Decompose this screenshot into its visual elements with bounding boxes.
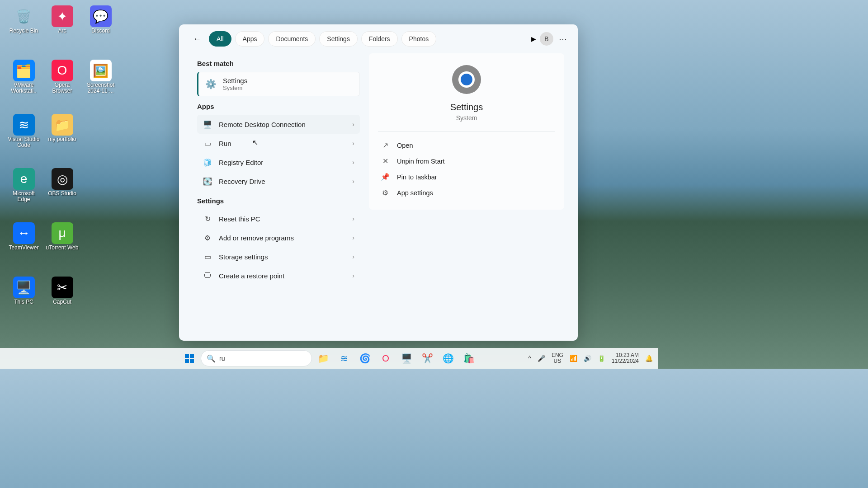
app-result-recovery-drive[interactable]: 💽 Recovery Drive › — [197, 172, 360, 191]
svg-rect-3 — [190, 359, 194, 363]
desktop-icon-arc[interactable]: ✦ Arc — [43, 5, 81, 56]
settings-result-reset-this-pc[interactable]: ↻ Reset this PC › — [197, 209, 360, 228]
tb-copilot[interactable]: 🌀 — [355, 349, 374, 368]
start-search-panel: ← AllAppsDocumentsSettingsFoldersPhotos … — [179, 24, 578, 341]
action-icon: 📌 — [381, 173, 390, 181]
best-match-title: Settings — [223, 77, 247, 84]
desktop-icon-my-portfolio[interactable]: 📁 my portfolio — [43, 114, 81, 164]
chevron-right-icon: › — [352, 215, 354, 222]
app-result-remote-desktop-connection[interactable]: 🖥️ Remote Desktop Connection › — [197, 115, 360, 134]
wifi-icon[interactable]: 📶 — [570, 355, 577, 362]
chevron-right-icon: › — [352, 234, 354, 241]
more-scopes-button[interactable]: ▶ — [531, 35, 536, 42]
desktop-icon-vmware-workstati-[interactable]: 🗂️ VMware Workstati.. — [5, 60, 43, 110]
preview-card: Settings System ↗ Open ✕ Unpin from Star… — [369, 53, 564, 210]
chevron-right-icon: › — [352, 159, 354, 166]
desktop-icon-discord[interactable]: 💬 Discord — [81, 5, 120, 56]
settings-result-add-or-remove-programs[interactable]: ⚙ Add or remove programs › — [197, 228, 360, 247]
tb-snip[interactable]: ✂️ — [418, 349, 437, 368]
action-icon: ⚙ — [381, 188, 390, 197]
tb-opera[interactable]: O — [376, 349, 395, 368]
setting-label: Reset this PC — [219, 215, 346, 223]
svg-rect-2 — [185, 359, 189, 363]
chevron-right-icon: › — [352, 253, 354, 260]
taskbar-search-input[interactable] — [219, 355, 306, 362]
apps-header: Apps — [197, 103, 360, 110]
scope-tab-apps[interactable]: Apps — [235, 31, 265, 47]
scope-tab-photos[interactable]: Photos — [401, 31, 437, 47]
scope-tab-all[interactable]: All — [209, 31, 231, 47]
settings-result-storage-settings[interactable]: ▭ Storage settings › — [197, 247, 360, 266]
action-label: Pin to taskbar — [397, 174, 437, 181]
app-label: Remote Desktop Connection — [219, 121, 346, 128]
chevron-right-icon: › — [352, 178, 354, 185]
app-result-run[interactable]: ▭ Run › — [197, 134, 360, 153]
app-label: Run — [219, 140, 346, 147]
setting-icon: 🖵 — [203, 271, 212, 281]
best-match-settings[interactable]: ⚙️ Settings System — [197, 72, 360, 96]
action-label: Open — [397, 142, 413, 149]
language-indicator[interactable]: ENG US — [552, 352, 563, 364]
app-icon: 🧊 — [203, 157, 212, 167]
setting-label: Add or remove programs — [219, 234, 346, 242]
search-icon: 🔍 — [207, 354, 216, 363]
chevron-right-icon: › — [352, 140, 354, 147]
app-icon: 💽 — [203, 176, 212, 186]
desktop-icon-microsoft-edge[interactable]: e Microsoft Edge — [5, 168, 43, 219]
tb-rdp[interactable]: 🖥️ — [397, 349, 416, 368]
setting-icon: ▭ — [203, 252, 212, 262]
setting-icon: ⚙ — [203, 233, 212, 243]
clock[interactable]: 10:23 AM 11/22/2024 — [612, 352, 639, 364]
scope-tabs: AllAppsDocumentsSettingsFoldersPhotos — [209, 31, 526, 47]
best-match-subtitle: System — [223, 84, 247, 91]
settings-header: Settings — [197, 197, 360, 205]
battery-icon[interactable]: 🔋 — [598, 355, 605, 362]
action-icon: ↗ — [381, 141, 390, 150]
start-button[interactable] — [180, 349, 199, 368]
desktop-icon-visual-studio-code[interactable]: ≋ Visual Studio Code — [5, 114, 43, 164]
tb-vscode[interactable]: ≋ — [335, 349, 354, 368]
desktop-icon-screenshot-2024-11-[interactable]: 🖼️ Screenshot 2024-11-... — [81, 60, 120, 110]
desktop-icon-this-pc[interactable]: 🖥️ This PC — [5, 277, 43, 327]
desktop-icon-capcut[interactable]: ✂ CapCut — [43, 277, 81, 327]
user-avatar[interactable]: B — [540, 32, 553, 46]
scope-tab-documents[interactable]: Documents — [268, 31, 316, 47]
tray-mic-icon[interactable]: 🎤 — [538, 355, 545, 362]
preview-action-pin-to-taskbar[interactable]: 📌 Pin to taskbar — [378, 169, 555, 185]
desktop-icon-utorrent-web[interactable]: μ uTorrent Web — [43, 222, 81, 273]
taskbar: 🔍 📁 ≋ 🌀 O 🖥️ ✂️ 🌐 🛍️ ^ 🎤 ENG US 📶 🔊 🔋 10… — [0, 348, 658, 369]
settings-icon: ⚙️ — [204, 77, 217, 91]
preview-action-app-settings[interactable]: ⚙ App settings — [378, 185, 555, 201]
desktop-icon-teamviewer[interactable]: ↔ TeamViewer — [5, 222, 43, 273]
setting-icon: ↻ — [203, 214, 212, 224]
more-options-button[interactable]: ⋯ — [559, 34, 568, 44]
best-match-header: Best match — [197, 60, 360, 67]
search-header: ← AllAppsDocumentsSettingsFoldersPhotos … — [179, 24, 578, 53]
desktop-icon-obs-studio[interactable]: ◎ OBS Studio — [43, 168, 81, 219]
settings-result-create-a-restore-point[interactable]: 🖵 Create a restore point › — [197, 266, 360, 285]
setting-label: Storage settings — [219, 253, 346, 261]
tray-caret-icon[interactable]: ^ — [528, 355, 531, 362]
preview-action-open[interactable]: ↗ Open — [378, 137, 555, 153]
tb-file-explorer[interactable]: 📁 — [314, 349, 333, 368]
preview-subtitle: System — [456, 114, 477, 122]
back-button[interactable]: ← — [189, 31, 205, 47]
desktop-icon-recycle-bin[interactable]: 🗑️ Recycle Bin — [5, 5, 43, 56]
preview-action-unpin-from-start[interactable]: ✕ Unpin from Start — [378, 153, 555, 169]
setting-label: Create a restore point — [219, 272, 346, 280]
scope-tab-settings[interactable]: Settings — [319, 31, 358, 47]
tb-edge[interactable]: 🌐 — [439, 349, 458, 368]
preview-settings-icon — [452, 65, 481, 94]
app-icon: ▭ — [203, 138, 212, 148]
preview-title: Settings — [450, 102, 483, 113]
notifications-icon[interactable]: 🔔 — [645, 355, 653, 362]
taskbar-search-box[interactable]: 🔍 — [201, 350, 312, 366]
desktop-icon-opera-browser[interactable]: O Opera Browser — [43, 60, 81, 110]
action-icon: ✕ — [381, 157, 390, 165]
scope-tab-folders[interactable]: Folders — [361, 31, 398, 47]
app-result-registry-editor[interactable]: 🧊 Registry Editor › — [197, 153, 360, 172]
tb-store[interactable]: 🛍️ — [459, 349, 478, 368]
action-label: Unpin from Start — [397, 158, 445, 165]
volume-icon[interactable]: 🔊 — [584, 355, 591, 362]
svg-rect-1 — [190, 354, 194, 358]
